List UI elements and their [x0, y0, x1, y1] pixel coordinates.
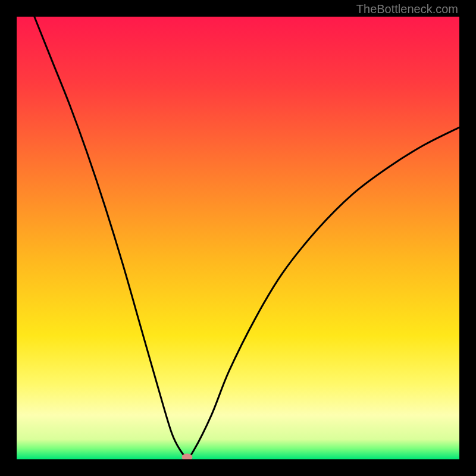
chart-frame — [17, 17, 459, 459]
chart-background — [17, 17, 459, 459]
chart-svg — [17, 17, 459, 459]
watermark-text: TheBottleneck.com — [356, 2, 458, 16]
